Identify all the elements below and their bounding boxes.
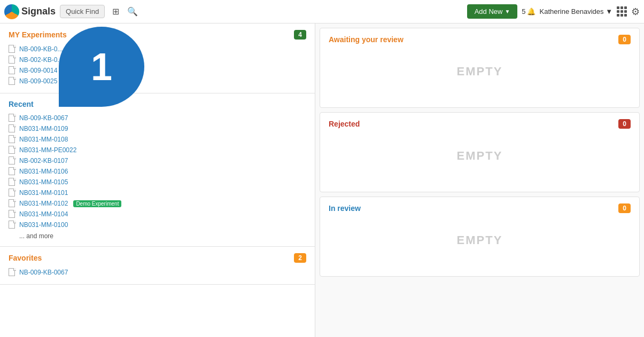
logo-icon xyxy=(4,4,19,19)
doc-icon xyxy=(9,167,16,176)
bell-icon: 🔔 xyxy=(527,7,536,15)
favorites-badge: 2 xyxy=(294,253,306,263)
list-item[interactable]: NB-009-0014 xyxy=(9,65,306,76)
doc-icon xyxy=(9,221,16,229)
my-experiments-header: MY Experiments 4 xyxy=(9,30,306,40)
rejected-badge: 0 xyxy=(618,119,631,129)
list-item[interactable]: NB031-MM-0109 xyxy=(9,123,306,134)
left-panel: MY Experiments 4 NB-009-KB-0...NB-002-KB… xyxy=(0,23,315,337)
and-more-label[interactable]: ... and more xyxy=(9,230,306,240)
bell-notification[interactable]: 5 🔔 xyxy=(522,7,535,15)
header: Signals Quick Find ⊞ 🔍 Add New ▼ 5 🔔 Kat… xyxy=(0,0,644,23)
in-review-header: In review 0 xyxy=(329,203,631,213)
main-layout: MY Experiments 4 NB-009-KB-0...NB-002-KB… xyxy=(0,23,644,337)
demo-badge: Demo Experiment xyxy=(73,200,121,207)
quick-find-button[interactable]: Quick Find xyxy=(60,5,105,18)
awaiting-review-badge: 0 xyxy=(618,35,631,44)
list-item[interactable]: NB031-MM-0104 xyxy=(9,209,306,220)
list-item[interactable]: NB-002-KB-0... xyxy=(9,54,306,65)
awaiting-review-section: Awaiting your review 0 EMPTY xyxy=(320,28,640,108)
list-item[interactable]: NB031-MM-PE0022 xyxy=(9,145,306,155)
list-item[interactable]: NB-009-KB-0067 xyxy=(9,267,306,278)
doc-icon xyxy=(9,135,16,144)
in-review-section: In review 0 EMPTY xyxy=(320,197,640,277)
logo[interactable]: Signals xyxy=(4,4,56,19)
awaiting-review-header: Awaiting your review 0 xyxy=(329,35,631,44)
doc-icon xyxy=(9,124,16,133)
list-item[interactable]: NB031-MM-0102Demo Experiment xyxy=(9,198,306,209)
awaiting-review-title: Awaiting your review xyxy=(329,35,404,44)
apps-grid-icon[interactable] xyxy=(617,6,627,17)
logo-text: Signals xyxy=(21,6,56,17)
favorites-header: Favorites 2 xyxy=(9,253,306,263)
list-item[interactable]: NB031-MM-0106 xyxy=(9,166,306,177)
doc-icon xyxy=(9,77,16,85)
doc-icon xyxy=(9,268,16,277)
search-icon[interactable]: 🔍 xyxy=(126,5,139,18)
recent-section: Recent NB-009-KB-0067NB031-MM-0109NB031-… xyxy=(0,93,315,247)
doc-icon xyxy=(9,199,16,208)
favorites-title: Favorites xyxy=(9,254,42,262)
doc-icon xyxy=(9,189,16,197)
rejected-header: Rejected 0 xyxy=(329,119,631,129)
recent-title: Recent xyxy=(9,100,34,108)
in-review-title: In review xyxy=(329,204,361,213)
list-item[interactable]: NB031-MM-0108 xyxy=(9,134,306,145)
right-panel: Awaiting your review 0 EMPTY Rejected 0 … xyxy=(315,23,644,337)
favorites-list: NB-009-KB-0067 xyxy=(9,267,306,278)
doc-icon xyxy=(9,114,16,122)
list-item[interactable]: NB031-MM-0105 xyxy=(9,177,306,187)
in-review-badge: 0 xyxy=(618,203,631,213)
list-item[interactable]: NB-009-KB-0... xyxy=(9,44,306,54)
doc-icon xyxy=(9,146,16,154)
list-item[interactable]: NB031-MM-0100 xyxy=(9,220,306,230)
list-item[interactable]: NB-009-KB-0067 xyxy=(9,113,306,123)
doc-icon xyxy=(9,56,16,64)
rejected-empty: EMPTY xyxy=(329,133,631,179)
list-item[interactable]: NB-002-KB-0107 xyxy=(9,155,306,166)
list-item[interactable]: NB031-MM-0101 xyxy=(9,187,306,198)
doc-icon xyxy=(9,210,16,218)
table-icon[interactable]: ⊞ xyxy=(109,5,122,18)
in-review-empty: EMPTY xyxy=(329,217,631,263)
doc-icon xyxy=(9,66,16,75)
awaiting-review-empty: EMPTY xyxy=(329,49,631,95)
my-experiments-badge: 4 xyxy=(294,30,306,40)
my-experiments-title: MY Experiments xyxy=(9,30,67,39)
rejected-title: Rejected xyxy=(329,120,360,128)
rejected-section: Rejected 0 EMPTY xyxy=(320,112,640,192)
doc-icon xyxy=(9,45,16,53)
my-experiments-list: NB-009-KB-0...NB-002-KB-0...NB-009-0014N… xyxy=(9,44,306,87)
recent-list: NB-009-KB-0067NB031-MM-0109NB031-MM-0108… xyxy=(9,113,306,230)
settings-gear-icon[interactable]: ⚙ xyxy=(631,6,640,18)
my-experiments-section: MY Experiments 4 NB-009-KB-0...NB-002-KB… xyxy=(0,23,315,93)
add-new-arrow-icon: ▼ xyxy=(505,9,510,14)
recent-header: Recent xyxy=(9,100,306,108)
user-menu[interactable]: Katherine Benavides ▼ xyxy=(540,7,612,15)
list-item[interactable]: NB-009-0025 xyxy=(9,76,306,87)
doc-icon xyxy=(9,178,16,186)
doc-icon xyxy=(9,156,16,165)
add-new-button[interactable]: Add New ▼ xyxy=(467,4,518,19)
favorites-section: Favorites 2 NB-009-KB-0067 xyxy=(0,247,315,285)
